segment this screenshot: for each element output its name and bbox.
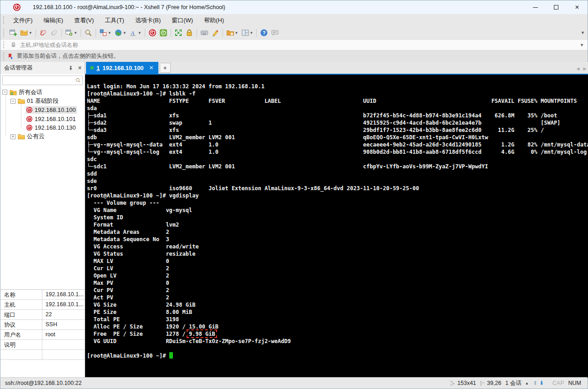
xftp-button[interactable] [158, 27, 169, 38]
pin-icon[interactable] [68, 66, 73, 71]
scroll-bottom-icon[interactable]: ⬇ [539, 380, 544, 386]
terminal-line: Metadata Sequence No 3 [87, 236, 588, 243]
tab-scroll-right-icon[interactable]: ▶ [583, 66, 587, 71]
menu-item[interactable]: 帮助(H) [198, 15, 229, 26]
reconnect-button[interactable] [49, 27, 60, 38]
tree-item-public-cloud[interactable]: +公有云 [0, 132, 85, 141]
tab-scroll-left-icon[interactable]: ◀ [577, 66, 580, 71]
terminal-line: VG Name vg-mysql [87, 207, 588, 214]
search-icon[interactable] [75, 77, 81, 83]
new-session-button[interactable] [8, 27, 19, 38]
open-session-button[interactable]: ▼ [19, 27, 34, 38]
property-row: 协议SSH [0, 320, 85, 330]
tree-item-session-130[interactable]: 192.168.10.130 [0, 123, 85, 132]
session-properties-table: 名称192.168.10.1...主机192.168.10.1...端口22协议… [0, 289, 85, 360]
menu-bar: 文件(F)编辑(E)查看(V)工具(T)选项卡(B)窗口(W)帮助(H) [0, 14, 588, 26]
panel-close-icon[interactable]: ✕ [78, 65, 82, 71]
property-value [42, 340, 85, 349]
toolbar-separator [96, 29, 96, 37]
tree-item-stage-folder[interactable]: −01 基础阶段 [0, 97, 85, 106]
tree-label: 192.168.10.130 [35, 124, 76, 131]
feedback-button[interactable] [269, 27, 280, 38]
terminal-cursor [169, 352, 173, 359]
tree-item-session-101[interactable]: 192.168.10.101 [0, 115, 85, 124]
terminal-line: PE Size 8.00 MiB [87, 308, 588, 316]
folder-icon [10, 89, 17, 96]
collapse-icon[interactable]: − [10, 99, 15, 104]
menu-item[interactable]: 工具(T) [99, 15, 130, 26]
dropdown-arrow-icon: ▼ [235, 31, 238, 35]
address-input[interactable] [20, 42, 580, 48]
folder-icon [18, 98, 25, 104]
session-search-input[interactable] [3, 77, 75, 84]
terminal-line: VG Access read/write [87, 243, 588, 250]
dropdown-arrow-icon: ▼ [123, 31, 127, 35]
terminal-side: 1 192.168.10.100 ✕ + ◀ ▶ ▼ Last login: M… [85, 62, 588, 378]
tree-label: 01 基础阶段 [27, 97, 59, 105]
terminal-line: ├─vg--mysql-mysql--data ext4 1.0 eecaeee… [87, 141, 588, 148]
tab-session-100[interactable]: 1 192.168.10.100 ✕ [86, 62, 158, 74]
property-value [42, 350, 85, 359]
menu-item[interactable]: 查看(V) [69, 15, 99, 26]
terminal-line: sde [87, 177, 588, 185]
font-icon: A [129, 29, 137, 37]
terminal-line: Alloc PE / Size 1920 / 15.00 GiB [87, 323, 588, 330]
toolbar-overflow-icon[interactable]: ▼ [581, 30, 585, 35]
virtual-keyboard-button[interactable] [199, 27, 210, 38]
maximize-button[interactable] [546, 0, 567, 14]
panel-title: 会话管理器 [4, 64, 33, 72]
title-bar: 192.168.10.100 - root@AlmaLinux9-100:~ -… [0, 0, 588, 14]
broken-link-icon [39, 29, 47, 37]
menu-item[interactable]: 窗口(W) [166, 15, 198, 26]
address-dropdown-icon[interactable]: ▼ [580, 43, 584, 47]
menu-bar-items: 文件(F)编辑(E)查看(V)工具(T)选项卡(B)窗口(W)帮助(H) [8, 15, 229, 26]
highlighter-button[interactable] [210, 27, 221, 38]
help-button[interactable]: ? [259, 27, 269, 38]
web-browser-button[interactable]: ▼ [113, 27, 128, 38]
lock-screen-button[interactable] [184, 27, 195, 38]
font-button[interactable]: A ▼ [128, 27, 143, 38]
terminal-line: [root@AlmaLinux9-100 ~]# lsblk -f [87, 90, 588, 97]
terminal-line: Act PV 2 [87, 294, 588, 301]
terminal-line: ├─sda1 xfs b72f2f45-b54c-4d88-b974-8b3e9… [87, 112, 588, 119]
tree-item-all-sessions[interactable]: −所有会话 [0, 88, 85, 97]
menu-item[interactable]: 文件(F) [8, 15, 38, 26]
tree-item-session-100[interactable]: 192.168.10.100 [0, 106, 85, 115]
xshell-button[interactable] [147, 27, 158, 38]
expand-icon[interactable]: + [10, 134, 15, 139]
tree-label: 所有会话 [19, 88, 42, 96]
find-button[interactable] [83, 27, 94, 38]
session-properties-button[interactable]: ▼ [64, 27, 79, 38]
dropdown-arrow-icon: ▼ [138, 31, 142, 35]
collapse-icon[interactable]: − [2, 90, 7, 95]
window-title: 192.168.10.100 - root@AlmaLinux9-100:~ -… [33, 4, 225, 10]
minimize-button[interactable] [525, 0, 546, 14]
terminal-line: NAME FSTYPE FSVER LABEL UUID FSAVAIL FSU… [87, 97, 588, 105]
property-label: 说明 [0, 340, 42, 349]
menu-item[interactable]: 编辑(E) [38, 15, 69, 26]
tile-windows-button[interactable]: ▼ [240, 27, 255, 38]
disconnect-button[interactable] [38, 27, 49, 38]
full-screen-button[interactable] [173, 27, 184, 38]
cursor-position-indicator: 39,26 [480, 380, 501, 386]
menu-item[interactable]: 选项卡(B) [130, 15, 166, 26]
dropdown-arrow-icon: ▼ [250, 31, 253, 35]
close-button[interactable]: ✕ [567, 0, 588, 14]
new-tab-button[interactable]: + [160, 63, 171, 73]
terminal-line: └─sdc1 LVM2_member LVM2 001 cfbpYv-LYfb-… [87, 163, 588, 170]
session-count[interactable]: 1 会话 ▲ [505, 379, 528, 387]
terminal[interactable]: Last login: Mon Jun 17 16:33:32 2024 fro… [85, 75, 588, 378]
terminal-line: └─sda3 xfs 29bdf1f7-1523-42b4-b3bb-8ae8f… [87, 126, 588, 134]
toolbar-separator [256, 29, 257, 37]
add-session-flag-icon[interactable] [8, 53, 14, 60]
session-popup-icon[interactable]: ▲ [525, 381, 529, 385]
property-label [0, 350, 42, 359]
terminal-line: VG UUID RDuiSm-cTeB-TxOz-ZMpo-se7P-fzj2-… [87, 338, 588, 345]
scroll-top-icon[interactable]: ⬆ [533, 380, 537, 386]
compose-bar-button[interactable]: ▼ [98, 27, 113, 38]
speech-balloon-icon [271, 29, 279, 37]
new-session-folder-button[interactable]: ▼ [225, 27, 240, 38]
property-label: 端口 [0, 310, 42, 319]
tab-close-icon[interactable]: ✕ [149, 65, 154, 71]
caps-lock-indicator: CAP [553, 380, 564, 386]
